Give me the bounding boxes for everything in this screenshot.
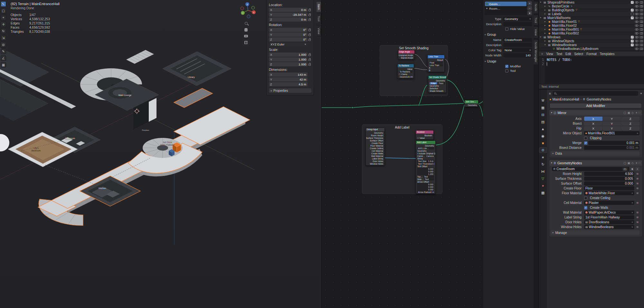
properties-tab[interactable]: ▽ <box>539 176 546 181</box>
disable-render-camera-icon[interactable] <box>640 1 643 4</box>
disable-render-camera-icon[interactable] <box>640 24 643 27</box>
output-socket[interactable] <box>384 145 385 146</box>
outliner-item-label[interactable]: MainVilla.FloorB02 <box>552 32 579 35</box>
bisect-distance-field[interactable]: 0.001 m <box>584 146 639 150</box>
output-socket[interactable] <box>414 54 415 56</box>
outliner-item-label[interactable]: MainVilla.Floor01 <box>552 20 577 24</box>
node-socket-row[interactable]: 0.000 <box>417 183 434 186</box>
color-tag-dropdown[interactable]: None ▾ <box>503 48 532 52</box>
input-attribute-toggle-icon[interactable]: ⊞ <box>635 181 639 186</box>
rotation-field[interactable]: Z 0° <box>269 37 308 42</box>
outliner-row[interactable]: ▸ ▤ BuildingObjects ▽ <box>539 8 644 12</box>
lock-icon[interactable] <box>308 29 311 31</box>
node-socket-row[interactable]: Text Thickness 0.0015 <box>417 162 434 165</box>
white-sphere[interactable] <box>0 134 9 151</box>
merge-field[interactable]: 0.001 m <box>588 141 639 145</box>
disable-render-camera-icon[interactable] <box>640 32 643 34</box>
node-socket-row[interactable]: Create Ceiling <box>366 147 384 149</box>
lock-icon[interactable] <box>308 9 311 11</box>
outliner-item-label[interactable]: WindowObjects <box>552 39 574 43</box>
dimensions-field[interactable]: Y 42 m <box>269 77 308 82</box>
properties-tab[interactable]: ⚙ <box>539 148 546 153</box>
outliner-row[interactable]: ▾ ▤ WindowBooleans <box>539 43 644 47</box>
socket-menu-button[interactable]: ▾ <box>527 11 532 15</box>
hide-viewport-eye-icon[interactable] <box>635 17 639 19</box>
group-name-field[interactable]: CreateRoom <box>503 38 532 42</box>
collection-checkbox[interactable] <box>631 13 634 15</box>
breadcrumb-modifier[interactable]: GeometryNodes <box>587 97 611 101</box>
flip-x-button[interactable]: X <box>584 126 602 130</box>
output-socket[interactable] <box>384 142 385 144</box>
node-socket-row[interactable]: 0.000 <box>417 186 434 188</box>
node-less-than[interactable]: Less Than Result Float <box>427 55 445 72</box>
property-field[interactable]: ▤ 0.005 × <box>584 177 634 181</box>
node-socket-row[interactable]: Arrow Radius 0 m <box>417 191 434 193</box>
output-socket[interactable] <box>384 153 385 154</box>
node-join-geometry[interactable]: Join Geo… Geometry <box>464 100 478 107</box>
node-socket-row[interactable]: To Radians <box>398 70 414 73</box>
outliner-row[interactable]: ▸ ∿ BezierCircle ∿ <box>539 4 644 8</box>
input-socket[interactable] <box>428 88 429 89</box>
outliner-item-label[interactable]: Shapes&Primitives <box>547 1 574 4</box>
properties-tab[interactable]: ■ <box>539 140 546 146</box>
geometry-node-editor[interactable]: Set Smooth Shading Add Label <box>321 0 538 308</box>
disable-render-camera-icon[interactable] <box>640 21 643 23</box>
property-field[interactable]: ▤ DoorBooleans × <box>584 220 634 224</box>
input-socket[interactable] <box>416 150 417 151</box>
node-socket-row[interactable]: Clamp <box>398 73 414 75</box>
outliner-row[interactable]: ▾ ▤ Windows <box>539 35 644 39</box>
expand-arrow-icon[interactable]: ▸ <box>545 9 547 11</box>
hide-viewport-eye-icon[interactable] <box>635 13 639 15</box>
roof-slabs[interactable] <box>0 48 76 121</box>
text-editor[interactable]: ≡ ViewTextEditSelectFormatTemplates 12 N… <box>539 51 644 89</box>
expand-arrow-icon[interactable]: ▸ <box>545 24 547 27</box>
hide-viewport-eye-icon[interactable] <box>635 5 639 7</box>
output-socket[interactable] <box>384 140 385 141</box>
add-modifier-button[interactable]: Add Modifier <box>550 103 642 108</box>
chevron-down-icon[interactable]: ▾ <box>551 161 552 164</box>
axis-z-button[interactable]: Z <box>621 117 639 121</box>
rotation-field[interactable]: Y 0° <box>269 33 308 37</box>
fake-user-shield-icon[interactable]: ◈ <box>630 167 634 171</box>
outliner-item-label[interactable]: BuildingObjects <box>552 8 574 12</box>
room-library[interactable] <box>163 52 231 86</box>
dimensions-field[interactable]: X 143 m <box>269 72 308 77</box>
node-socket-row[interactable]: Arrow Offset <box>416 180 435 183</box>
axis-x-button[interactable]: X <box>584 117 602 121</box>
tool-button[interactable]: ▢ <box>1 8 6 14</box>
node-socket-row[interactable]: Side… Text <box>416 178 435 180</box>
node-socket-row[interactable]: Geometry <box>416 149 435 152</box>
close-icon[interactable]: × <box>636 161 637 165</box>
navigation-gizmo[interactable]: X Y Z <box>240 2 256 19</box>
node-socket-row[interactable]: 0.000 <box>417 168 434 170</box>
hide-viewport-eye-icon[interactable] <box>635 9 639 11</box>
outliner-row[interactable]: ▸ ◆ MainVilla.FloorB01 ▽ <box>539 27 644 31</box>
clipping-checkbox[interactable] <box>584 137 587 140</box>
outliner-row[interactable]: ▸ ▤ WindowObjects <box>539 39 644 43</box>
node-socket-row[interactable]: Boolean <box>416 134 433 137</box>
group-description-field[interactable] <box>503 43 532 47</box>
node-socket-row[interactable]: Create Floor <box>366 142 384 144</box>
clear-icon[interactable]: × <box>631 221 633 224</box>
node-socket-row[interactable]: Came… Camera <box>416 155 435 157</box>
expand-arrow-icon[interactable]: ▸ <box>545 40 547 42</box>
node-socket-row[interactable]: Text Offset <box>416 165 435 168</box>
merge-checkbox[interactable] <box>584 141 587 145</box>
node-socket-row[interactable]: Surface Thickness <box>366 137 384 139</box>
node-add-label-group[interactable]: Add Label Geometry A001.Libr… <box>416 140 436 194</box>
outliner[interactable]: ▾ ▤ Shapes&Primitives ▸ ∿ BezierCircle ∿ <box>539 0 644 51</box>
disable-render-camera-icon[interactable] <box>640 48 643 50</box>
node-socket-row[interactable]: 0.000 <box>417 170 434 173</box>
properties-tab[interactable]: ⊟ <box>539 112 546 117</box>
properties-tab[interactable]: ▦ <box>539 105 546 110</box>
node-socket-row[interactable]: Create Walls <box>366 152 384 155</box>
node-socket-row[interactable]: Top… Text <box>416 175 435 178</box>
tool-button[interactable]: ✎ <box>1 49 6 54</box>
node-boolean[interactable]: Boolean Boolean Value <box>416 130 434 140</box>
disable-render-camera-icon[interactable] <box>640 40 643 42</box>
properties-tab[interactable]: ∗ <box>539 155 546 160</box>
node-socket-row[interactable]: Text Size 1.9 m <box>417 160 434 162</box>
editor-type-icon[interactable]: ≡ <box>541 52 543 55</box>
expand-arrow-icon[interactable]: ▾ <box>540 1 543 4</box>
menu-item[interactable]: View <box>546 52 553 56</box>
